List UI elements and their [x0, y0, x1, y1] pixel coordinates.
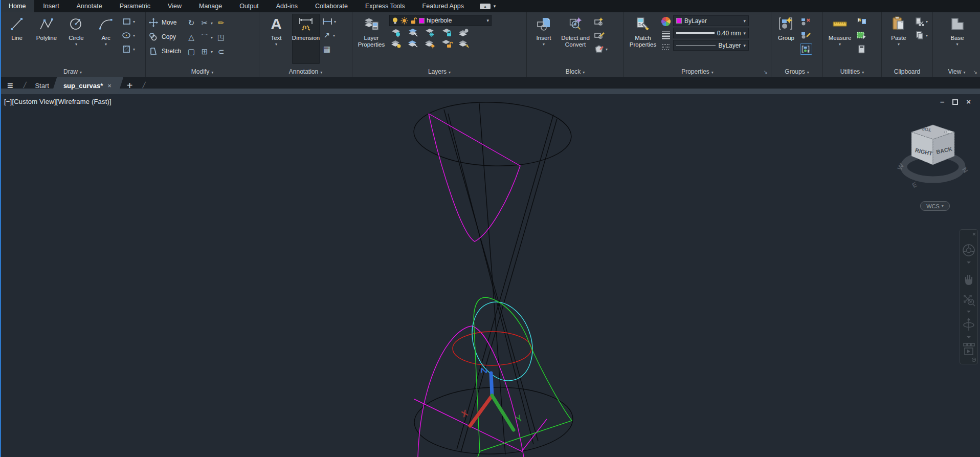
arc-button[interactable]: Arc ▾: [92, 14, 120, 64]
cut-clip-button[interactable]: ▾: [915, 16, 928, 27]
layer-unlock-button[interactable]: [441, 39, 453, 49]
scale-button[interactable]: ▢: [186, 47, 196, 56]
base-button[interactable]: Base ▾: [944, 14, 971, 64]
menu-tab-manage[interactable]: Manage: [190, 0, 231, 12]
copy-button[interactable]: Copy: [149, 31, 181, 42]
polyline-button[interactable]: Polyline: [33, 14, 60, 64]
group-edit-button[interactable]: [800, 30, 812, 41]
menu-tab-output[interactable]: Output: [231, 0, 268, 12]
layer-unisolate-button[interactable]: [407, 39, 419, 49]
cone-top-ellipse[interactable]: [413, 100, 572, 169]
panel-label-clipboard[interactable]: Clipboard: [882, 68, 932, 75]
linetype-dropdown[interactable]: ByLayer ▾: [673, 40, 749, 51]
tab-start[interactable]: Start: [30, 77, 54, 94]
lineweight-icon[interactable]: [661, 30, 671, 39]
panel-label-layers[interactable]: Layers▾: [352, 68, 526, 75]
menu-tab-insert[interactable]: Insert: [34, 0, 68, 12]
group-button[interactable]: Group: [774, 14, 798, 64]
table-button[interactable]: ▦: [322, 43, 336, 55]
steering-wheel-caret-icon[interactable]: [967, 262, 971, 264]
panel-label-annotation[interactable]: Annotation▾: [259, 68, 352, 75]
dimension-button[interactable]: Dimension: [292, 14, 320, 64]
rectangle-button[interactable]: ▾: [122, 16, 135, 27]
panel-label-block[interactable]: Block▾: [527, 68, 623, 75]
layer-lock-button[interactable]: [441, 28, 453, 37]
menu-tab-home[interactable]: Home: [0, 0, 34, 12]
zoom-caret-icon[interactable]: [967, 311, 971, 313]
trim-button[interactable]: ✂▾: [199, 17, 216, 29]
line-button[interactable]: Line: [3, 14, 31, 64]
layer-match-button[interactable]: [458, 39, 470, 49]
showmotion-button[interactable]: [964, 343, 974, 355]
quick-calculator-button[interactable]: [856, 43, 867, 55]
paste-button[interactable]: Paste ▾: [885, 14, 912, 64]
navbar-close-icon[interactable]: [973, 233, 975, 235]
zoom-button[interactable]: [964, 295, 975, 313]
navbar-customize-icon[interactable]: [972, 358, 976, 362]
stretch-button[interactable]: Stretch: [149, 46, 181, 57]
create-block-button[interactable]: [593, 16, 608, 27]
edit-block-button[interactable]: [593, 30, 608, 41]
parabola-section[interactable]: [474, 297, 572, 457]
linear-dimension-button[interactable]: ▾: [322, 16, 336, 27]
layer-off-button[interactable]: [390, 28, 403, 37]
linetype-icon[interactable]: [661, 43, 671, 51]
menu-tab-annotate[interactable]: Annotate: [68, 0, 111, 12]
menu-tab-collaborate[interactable]: Collaborate: [306, 0, 357, 12]
viewcube[interactable]: W N E TOP RIGHT BACK: [893, 116, 973, 213]
erase-button[interactable]: ✏: [216, 18, 226, 28]
fillet-button[interactable]: ⌒▾: [199, 32, 216, 43]
hamburger-menu-icon[interactable]: ≡: [7, 80, 13, 92]
rotate-button[interactable]: ↻: [186, 18, 196, 28]
menu-tab-addins[interactable]: Add-ins: [268, 0, 306, 12]
block-attributes-button[interactable]: ▾: [593, 43, 608, 55]
menu-tab-view[interactable]: View: [159, 0, 190, 12]
cone-edge-line[interactable]: [457, 115, 553, 449]
properties-dialog-launcher[interactable]: ↘: [764, 69, 768, 75]
layer-properties-button[interactable]: Layer Properties: [355, 14, 387, 64]
panel-label-utilities[interactable]: Utilities▾: [823, 68, 881, 75]
wcs-dropdown[interactable]: WCS ▾: [920, 201, 950, 211]
menu-tab-parametric[interactable]: Parametric: [111, 0, 159, 12]
menu-tab-featured-apps[interactable]: Featured Apps: [414, 0, 473, 12]
ungroup-button[interactable]: [800, 16, 812, 27]
orbit-caret-icon[interactable]: [967, 336, 971, 338]
group-selection-toggle[interactable]: [800, 43, 812, 55]
object-color-dropdown[interactable]: ByLayer ▾: [673, 15, 749, 26]
ellipse-button[interactable]: ▾: [122, 30, 135, 41]
hyperbola-curve[interactable]: [429, 114, 520, 242]
cone-edge-line[interactable]: [461, 119, 557, 452]
layer-freeze-button[interactable]: [424, 28, 436, 37]
panel-label-draw[interactable]: Draw▾: [0, 68, 145, 75]
circle-section[interactable]: [453, 332, 531, 365]
panel-label-view[interactable]: View▾ ↘: [933, 68, 980, 75]
lineweight-dropdown[interactable]: 0.40 mm ▾: [673, 28, 749, 38]
text-button[interactable]: A Text ▾: [262, 14, 290, 64]
cone-edge-line[interactable]: [479, 103, 505, 454]
new-tab-button[interactable]: +: [127, 80, 133, 92]
insert-block-button[interactable]: Insert ▾: [530, 14, 558, 64]
tab-document-active[interactable]: sup_curvas* ×: [54, 77, 121, 94]
color-wheel-icon[interactable]: [661, 16, 671, 27]
hatch-button[interactable]: ▾: [122, 43, 135, 55]
leader-button[interactable]: ↗ ▾: [322, 30, 336, 41]
menu-tab-express-tools[interactable]: Express Tools: [357, 0, 414, 12]
ribbon-minimize-caret-icon[interactable]: ▾: [494, 4, 496, 9]
copy-clip-button[interactable]: ▾: [915, 30, 928, 41]
compass-east-label[interactable]: E: [911, 181, 919, 189]
magenta-plane-edges[interactable]: [414, 399, 547, 451]
panel-label-groups[interactable]: Groups▾: [771, 68, 822, 75]
measure-button[interactable]: Measure ▾: [826, 14, 854, 64]
drawing-canvas[interactable]: [−][Custom View][Wireframe (Fast)] – ×: [0, 94, 980, 457]
array-button[interactable]: ⊞▾: [199, 46, 216, 57]
layer-on-button[interactable]: [390, 39, 403, 49]
panel-label-properties[interactable]: Properties▾ ↘: [624, 68, 771, 75]
layer-dropdown[interactable]: hipérbole ▾: [389, 15, 492, 26]
move-button[interactable]: Move: [149, 17, 181, 28]
panel-label-modify[interactable]: Modify▾: [146, 68, 259, 75]
explode-button[interactable]: ◳: [216, 33, 226, 42]
layer-isolate-button[interactable]: [407, 28, 419, 37]
offset-button[interactable]: ⊂: [216, 47, 226, 56]
view-dialog-launcher[interactable]: ↘: [973, 69, 977, 75]
select-similar-button[interactable]: [856, 30, 867, 41]
